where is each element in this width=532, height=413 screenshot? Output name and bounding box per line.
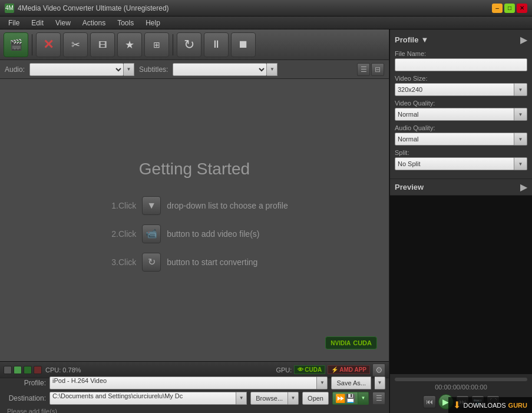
status-indicators bbox=[4, 366, 42, 374]
video-quality-select[interactable]: Normal High Low bbox=[395, 108, 514, 121]
maximize-button[interactable]: □ bbox=[504, 4, 515, 13]
profile-title: Profile ▼ bbox=[395, 35, 428, 44]
split-field: Split: No Split Split by Size Split by T… bbox=[395, 149, 527, 170]
cuda-button[interactable]: 👁 CUDA bbox=[294, 365, 325, 374]
window-controls: – □ ✕ bbox=[492, 4, 527, 13]
video-size-dropdown-btn[interactable] bbox=[514, 83, 527, 96]
start-convert-button[interactable]: ⏩💾 bbox=[332, 392, 358, 405]
amd-icon: ⚡ bbox=[331, 366, 338, 373]
convert-btns: ⏩💾 bbox=[332, 392, 369, 405]
destination-label: Destination: bbox=[4, 394, 46, 402]
audio-quality-dropdown-btn[interactable] bbox=[514, 133, 527, 146]
audio-quality-select[interactable]: Normal High Low bbox=[395, 133, 514, 146]
profile-label: Profile: bbox=[4, 379, 46, 387]
start-convert-icon: ↻ bbox=[148, 256, 156, 267]
remove-button[interactable]: ✕ bbox=[36, 32, 61, 57]
add-file-button[interactable]: 🎬 bbox=[4, 32, 28, 57]
log-icon: ☰ bbox=[376, 394, 382, 402]
effect-button[interactable]: ★ bbox=[117, 32, 142, 57]
cpu-info: CPU: 0.78% bbox=[45, 366, 81, 374]
amd-button[interactable]: ⚡ AMD APP bbox=[328, 365, 370, 374]
step-2-text: button to add video file(s) bbox=[167, 229, 259, 239]
toolbar-separator-1 bbox=[32, 34, 32, 55]
status-log-button[interactable]: ☰ bbox=[372, 392, 385, 405]
profile-select-container: iPod - H.264 Video bbox=[49, 376, 328, 389]
settings-button[interactable]: ⚙ bbox=[372, 364, 385, 376]
split-label: Split: bbox=[395, 149, 527, 156]
list-view-icon: ☰ bbox=[361, 65, 367, 74]
film-button[interactable]: 🎞 bbox=[90, 32, 115, 57]
split-dropdown-btn[interactable] bbox=[514, 157, 527, 170]
subtitles-dropdown-arrow[interactable] bbox=[267, 63, 277, 76]
file-name-input[interactable] bbox=[395, 58, 527, 71]
left-panel: 🎬 ✕ ✂ 🎞 ★ ⊞ ↻ ⏸ bbox=[0, 29, 389, 413]
open-button[interactable]: Open bbox=[302, 392, 329, 405]
video-size-field: Video Size: 320x240 640x480 1280x720 bbox=[395, 75, 527, 96]
preview-expand-icon[interactable]: ▶ bbox=[520, 181, 527, 193]
browse-button[interactable]: Browse... bbox=[250, 392, 288, 405]
video-quality-dropdown-btn[interactable] bbox=[514, 108, 527, 121]
menu-help[interactable]: Help bbox=[140, 18, 166, 28]
list-view-button[interactable]: ☰ bbox=[357, 63, 370, 76]
dropdown-icon: ▼ bbox=[147, 200, 156, 211]
add-video-icon: 📹 bbox=[146, 228, 157, 239]
av-bar: Audio: Subtitles: ☰ ⊟ bbox=[0, 60, 389, 79]
split-select[interactable]: No Split Split by Size Split by Time bbox=[395, 157, 514, 170]
merge-icon: ⊞ bbox=[153, 40, 160, 49]
skip-back-button[interactable]: ⏮ bbox=[423, 395, 436, 408]
profile-value[interactable]: iPod - H.264 Video bbox=[49, 376, 317, 389]
audio-select[interactable] bbox=[29, 63, 124, 76]
save-as-dropdown[interactable] bbox=[375, 376, 385, 389]
convert-dropdown[interactable] bbox=[358, 392, 369, 405]
step-3-text: button to start converting bbox=[167, 257, 257, 267]
close-button[interactable]: ✕ bbox=[517, 4, 527, 13]
view-buttons: ☰ ⊟ bbox=[357, 63, 384, 76]
file-name-field: File Name: bbox=[395, 50, 527, 71]
convert-button[interactable]: ↻ bbox=[177, 32, 201, 57]
profile-dropdown-btn[interactable] bbox=[317, 376, 328, 389]
menu-file[interactable]: File bbox=[2, 18, 25, 28]
grid-view-button[interactable]: ⊟ bbox=[371, 63, 384, 76]
browse-dropdown[interactable] bbox=[288, 392, 299, 405]
save-as-button[interactable]: Save As... bbox=[331, 376, 371, 389]
preview-section: Preview ▶ 00:00:00 / 00:00:00 ⏮ bbox=[390, 179, 532, 413]
profile-expand-arrow[interactable]: ▶ bbox=[520, 34, 527, 45]
settings-icon: ⚙ bbox=[375, 365, 383, 375]
app-container: 🎬 ✕ ✂ 🎞 ★ ⊞ ↻ ⏸ bbox=[0, 29, 532, 413]
right-panel: Profile ▼ ▶ File Name: Video Size: 320x2… bbox=[389, 29, 532, 413]
audio-label: Audio: bbox=[5, 65, 25, 74]
clip-button[interactable]: ✂ bbox=[63, 32, 88, 57]
cuda-label: CUDA bbox=[353, 339, 372, 346]
getting-started-title: Getting Started bbox=[101, 160, 288, 179]
stop-button[interactable]: ⏹ bbox=[231, 32, 256, 57]
profile-section: Profile ▼ ▶ File Name: Video Size: 320x2… bbox=[390, 29, 532, 179]
step-3-num: 3.Click bbox=[101, 257, 136, 267]
toolbar: 🎬 ✕ ✂ 🎞 ★ ⊞ ↻ ⏸ bbox=[0, 29, 389, 60]
destination-dropdown[interactable] bbox=[236, 392, 247, 405]
bottom-bar: Profile: iPod - H.264 Video Save As... D… bbox=[0, 378, 389, 413]
menu-tools[interactable]: Tools bbox=[111, 18, 140, 28]
preview-timeline[interactable] bbox=[395, 378, 527, 381]
pause-button[interactable]: ⏸ bbox=[204, 32, 229, 57]
grid-view-icon: ⊟ bbox=[375, 65, 381, 74]
app-icon: 4M bbox=[5, 4, 14, 13]
menu-actions[interactable]: Actions bbox=[77, 18, 111, 28]
toolbar-separator-2 bbox=[173, 34, 173, 55]
effect-icon: ★ bbox=[125, 38, 134, 51]
menu-view[interactable]: View bbox=[49, 18, 77, 28]
subtitles-select[interactable] bbox=[173, 63, 267, 76]
minimize-button[interactable]: – bbox=[492, 4, 503, 13]
video-quality-field: Video Quality: Normal High Low bbox=[395, 100, 527, 121]
audio-quality-field: Audio Quality: Normal High Low bbox=[395, 124, 527, 146]
menu-edit[interactable]: Edit bbox=[25, 18, 49, 28]
split-select-row: No Split Split by Size Split by Time bbox=[395, 157, 527, 170]
video-size-select[interactable]: 320x240 640x480 1280x720 bbox=[395, 83, 514, 96]
audio-quality-select-row: Normal High Low bbox=[395, 133, 527, 146]
audio-dropdown-arrow[interactable] bbox=[124, 63, 134, 76]
destination-path[interactable]: C:\Documents and Settings\ciurciurelu\My… bbox=[49, 392, 236, 405]
cuda-eye-icon: 👁 bbox=[298, 366, 303, 373]
gpu-label: GPU: bbox=[276, 366, 292, 374]
step-2-icon: 📹 bbox=[142, 224, 161, 243]
merge-button[interactable]: ⊞ bbox=[144, 32, 169, 57]
status-dot-2 bbox=[14, 366, 22, 374]
